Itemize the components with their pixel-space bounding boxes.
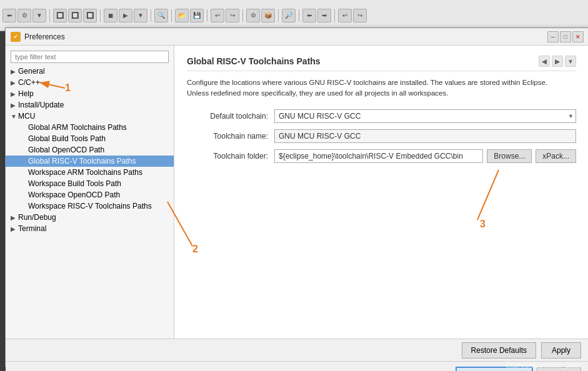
toolchain-folder-label: Toolchain folder: — [187, 152, 268, 161]
tree-arrow-mcu: ▼ — [11, 113, 18, 120]
nav-forward-btn[interactable]: ▶ — [552, 56, 563, 67]
toolchain-name-input[interactable] — [274, 129, 576, 143]
watermark: CSDN@MountRiver_Studio — [506, 362, 583, 369]
sidebar-item-cpp[interactable]: ▶C/C++ — [6, 77, 174, 88]
dialog-title: Preferences — [24, 32, 544, 41]
window-controls: ─ □ ✕ — [547, 31, 584, 42]
close-button[interactable]: ✕ — [572, 31, 584, 42]
toolbar-btn-4[interactable]: 🔲 — [53, 9, 67, 22]
sidebar-item-help[interactable]: ▶Help — [6, 88, 174, 99]
tree-arrow-general: ▶ — [11, 68, 18, 75]
sidebar-item-workspace-riscv[interactable]: Workspace RISC-V Toolchains Paths — [6, 200, 174, 212]
tree-arrow-run-debug: ▶ — [11, 214, 18, 221]
separator-5 — [207, 9, 207, 22]
separator-7 — [278, 9, 279, 22]
toolbar-btn-13[interactable]: ↩ — [211, 9, 224, 22]
tree-label-workspace-openocd: Workspace OpenOCD Path — [28, 190, 120, 199]
tree-label-workspace-arm: Workspace ARM Toolchains Paths — [28, 168, 142, 177]
tree-label-terminal: Terminal — [18, 224, 46, 233]
tree-label-run-debug: Run/Debug — [18, 213, 56, 222]
separator-6 — [242, 9, 243, 22]
toolchain-folder-input[interactable] — [274, 149, 483, 163]
tree-label-workspace-build: Workspace Build Tools Path — [28, 179, 121, 188]
toolbar-btn-8[interactable]: ▶ — [119, 9, 132, 22]
toolbar-btn-3[interactable]: ▼ — [32, 9, 46, 22]
tree-label-cpp: C/C++ — [18, 78, 40, 87]
browse-button[interactable]: Browse... — [487, 149, 532, 163]
sidebar-item-global-arm[interactable]: Global ARM Toolchains Paths — [6, 122, 174, 133]
sidebar-item-workspace-openocd[interactable]: Workspace OpenOCD Path — [6, 189, 174, 200]
toolchain-name-label: Toolchain name: — [187, 132, 268, 141]
separator-2 — [100, 9, 101, 22]
default-toolchain-select[interactable]: GNU MCU RISC-V GCC — [274, 109, 576, 123]
tree-arrow-help: ▶ — [11, 91, 18, 97]
sidebar-item-general[interactable]: ▶General — [6, 66, 174, 77]
tree-label-help: Help — [18, 89, 34, 98]
tree-label-global-openocd: Global OpenOCD Path — [28, 146, 104, 154]
tree-arrow-cpp: ▶ — [11, 79, 18, 86]
toolbar-btn-11[interactable]: 📂 — [175, 9, 189, 22]
toolbar-btn-21[interactable]: ↪ — [353, 9, 367, 22]
toolbar-btn-18[interactable]: ⬅ — [302, 9, 316, 22]
tree-label-global-build: Global Build Tools Path — [28, 134, 106, 143]
toolbar-btn-6[interactable]: 🔲 — [83, 9, 97, 22]
nav-menu-btn[interactable]: ▼ — [565, 56, 576, 67]
sidebar-item-global-riscv[interactable]: Global RISC-V Toolchains Paths — [6, 156, 174, 167]
toolbar-btn-15[interactable]: ⚙ — [246, 9, 260, 22]
title-bar: ✓ Preferences ─ □ ✕ — [6, 28, 588, 46]
tree-label-mcu: MCU — [18, 112, 35, 121]
toolbar-btn-10[interactable]: 🔍 — [154, 9, 168, 22]
tree-label-global-riscv: Global RISC-V Toolchains Paths — [28, 157, 136, 166]
toolbar-btn-7[interactable]: ◼ — [104, 9, 117, 22]
toolbar-btn-5[interactable]: 🔲 — [68, 9, 82, 22]
toolchain-name-row: Toolchain name: — [187, 129, 576, 143]
separator-1 — [49, 9, 50, 22]
toolbar-btn-1[interactable]: ⬅ — [2, 9, 16, 22]
tree-label-global-arm: Global ARM Toolchains Paths — [28, 123, 127, 132]
minimize-button[interactable]: ─ — [547, 31, 559, 42]
separator-9 — [334, 9, 335, 22]
main-content: Global RISC-V Toolchains Paths ◀ ▶ ▼ Con… — [174, 46, 588, 339]
toolbar-btn-17[interactable]: 🔎 — [282, 9, 296, 22]
dialog-body: ▶General▶C/C++▶Help▶Install/Update▼MCUGl… — [6, 46, 588, 339]
restore-apply-row: Restore Defaults Apply — [6, 339, 588, 361]
toolchain-name-control — [274, 129, 576, 143]
tree-label-workspace-riscv: Workspace RISC-V Toolchains Paths — [28, 202, 152, 210]
toolbar-btn-12[interactable]: 💾 — [190, 9, 204, 22]
filter-input[interactable] — [11, 51, 169, 63]
toolbar-btn-14[interactable]: ↪ — [226, 9, 239, 22]
toolbar-btn-9[interactable]: ▼ — [134, 9, 147, 22]
app-icon-symbol: ✓ — [13, 34, 18, 40]
tree-arrow-terminal: ▶ — [11, 225, 18, 232]
app-icon: ✓ — [11, 32, 21, 42]
preferences-dialog: ✓ Preferences ─ □ ✕ ▶General▶C/C++▶Help▶… — [5, 27, 588, 367]
nav-back-btn[interactable]: ◀ — [539, 56, 550, 67]
tree-arrow-install-update: ▶ — [11, 102, 18, 109]
default-toolchain-control: GNU MCU RISC-V GCC ▼ — [274, 109, 576, 123]
sidebar-item-run-debug[interactable]: ▶Run/Debug — [6, 212, 174, 223]
sidebar-item-global-build[interactable]: Global Build Tools Path — [6, 133, 174, 144]
toolchain-folder-row: Toolchain folder: Browse... xPack... — [187, 149, 576, 163]
sidebar-item-global-openocd[interactable]: Global OpenOCD Path — [6, 144, 174, 156]
toolbar-btn-16[interactable]: 📦 — [261, 9, 275, 22]
separator-3 — [151, 9, 151, 22]
apply-button[interactable]: Apply — [541, 342, 581, 359]
sidebar-item-workspace-build[interactable]: Workspace Build Tools Path — [6, 178, 174, 189]
tree-label-general: General — [18, 67, 45, 76]
toolbar-btn-20[interactable]: ↩ — [338, 9, 352, 22]
sidebar-item-mcu[interactable]: ▼MCU — [6, 111, 174, 122]
sidebar: ▶General▶C/C++▶Help▶Install/Update▼MCUGl… — [6, 46, 174, 339]
sidebar-item-install-update[interactable]: ▶Install/Update — [6, 99, 174, 111]
sidebar-item-terminal[interactable]: ▶Terminal — [6, 223, 174, 234]
toolbar-btn-19[interactable]: ➡ — [317, 9, 331, 22]
dialog-footer: ? 📤 📥 Apply and Close Cancel — [6, 361, 588, 371]
xpack-button[interactable]: xPack... — [536, 149, 576, 163]
restore-defaults-button[interactable]: Restore Defaults — [462, 342, 536, 359]
content-title-row: Global RISC-V Toolchains Paths ◀ ▶ ▼ — [187, 56, 576, 71]
sidebar-item-workspace-arm[interactable]: Workspace ARM Toolchains Paths — [6, 167, 174, 178]
tree-label-install-update: Install/Update — [18, 101, 64, 109]
maximize-button[interactable]: □ — [560, 31, 571, 42]
toolbar-btn-2[interactable]: ⚙ — [17, 9, 31, 22]
description-text: Configure the locations where various GN… — [187, 77, 576, 99]
nav-arrows: ◀ ▶ ▼ — [539, 56, 576, 67]
